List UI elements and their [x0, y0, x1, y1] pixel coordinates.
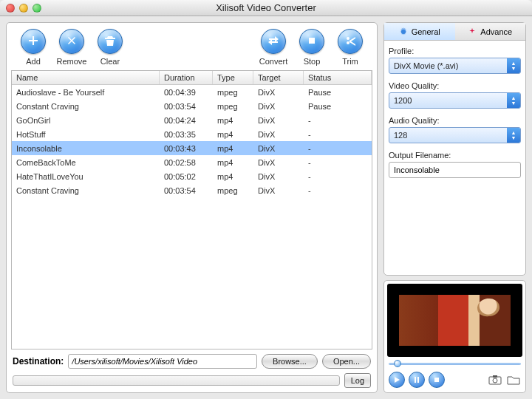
video-quality-label: Video Quality:: [389, 81, 521, 90]
table-header: Name Duration Type Target Status: [12, 71, 372, 85]
preview-play-button[interactable]: [389, 372, 405, 388]
cell-name: GoOnGirl: [12, 114, 160, 127]
cell-name: ComeBackToMe: [12, 156, 160, 169]
tab-advance-label: Advance: [480, 27, 512, 36]
scissors-icon: [344, 35, 356, 48]
svg-point-5: [493, 378, 497, 383]
video-quality-select[interactable]: 1200 ▲▼: [389, 92, 521, 109]
cell-target: DivX: [253, 128, 304, 141]
tab-general-label: General: [412, 27, 440, 36]
destination-input[interactable]: [68, 354, 257, 369]
destination-label: Destination:: [13, 356, 64, 366]
cell-name: Constant Craving: [12, 100, 160, 113]
stop-label: Stop: [293, 57, 331, 66]
cell-status: -: [304, 128, 372, 141]
cell-type: mpeg: [213, 100, 253, 113]
remove-label: Remove: [52, 57, 91, 66]
preview-pause-button[interactable]: [409, 372, 425, 388]
output-filename-label: Output Filename:: [389, 151, 521, 160]
minimize-window-button[interactable]: [19, 4, 28, 13]
tab-advance[interactable]: Advance: [455, 23, 526, 41]
svg-rect-2: [434, 378, 439, 382]
cell-status: Pause: [304, 100, 372, 113]
col-name[interactable]: Name: [12, 71, 160, 84]
trash-icon: [104, 35, 116, 48]
cell-duration: 00:05:02: [160, 170, 213, 183]
file-table: Name Duration Type Target Status Audiosl…: [11, 70, 372, 349]
cell-name: Audioslave - Be Yourself: [12, 86, 160, 99]
cell-name: HateThatILoveYou: [12, 170, 160, 183]
snapshot-folder-button[interactable]: [506, 374, 521, 386]
col-target[interactable]: Target: [253, 71, 304, 84]
chevron-updown-icon: ▲▼: [507, 128, 520, 143]
svg-rect-0: [309, 38, 315, 44]
cell-target: DivX: [253, 170, 304, 183]
table-body: Audioslave - Be Yourself00:04:39mpegDivX…: [12, 85, 372, 349]
cell-type: mpeg: [213, 86, 253, 99]
preview-video[interactable]: [387, 284, 522, 357]
col-type[interactable]: Type: [213, 71, 253, 84]
open-button[interactable]: Open...: [322, 354, 371, 369]
add-button[interactable]: Add: [14, 29, 52, 66]
clear-label: Clear: [91, 57, 129, 66]
close-window-button[interactable]: [6, 4, 15, 13]
clear-button[interactable]: Clear: [91, 29, 129, 66]
col-duration[interactable]: Duration: [160, 71, 213, 84]
cell-duration: 00:03:54: [160, 184, 213, 197]
stop-button[interactable]: Stop: [293, 29, 331, 66]
cell-name: Constant Craving: [12, 184, 160, 197]
table-row[interactable]: ComeBackToMe00:02:58mp4DivX-: [12, 155, 372, 169]
cell-duration: 00:04:39: [160, 86, 213, 99]
cell-type: mp4: [213, 142, 253, 155]
convert-button[interactable]: Convert: [254, 29, 293, 66]
cell-duration: 00:03:43: [160, 142, 213, 155]
log-button[interactable]: Log: [344, 373, 371, 388]
cell-type: mp4: [213, 128, 253, 141]
chevron-updown-icon: ▲▼: [507, 58, 520, 73]
cell-type: mp4: [213, 156, 253, 169]
cell-type: mp4: [213, 170, 253, 183]
cell-duration: 00:03:54: [160, 100, 213, 113]
cell-status: -: [304, 156, 372, 169]
table-row[interactable]: GoOnGirl00:04:24mp4DivX-: [12, 113, 372, 127]
profile-select[interactable]: DivX Movie (*.avi) ▲▼: [389, 58, 521, 74]
audio-quality-select[interactable]: 128 ▲▼: [389, 127, 521, 143]
cell-target: DivX: [253, 114, 304, 127]
table-row[interactable]: Inconsolable00:03:43mp4DivX-: [12, 141, 372, 155]
audio-quality-label: Audio Quality:: [389, 116, 521, 125]
preview-stop-button[interactable]: [429, 372, 445, 388]
profile-label: Profile:: [389, 47, 521, 55]
stop-icon: [306, 35, 318, 48]
audio-quality-value: 128: [389, 128, 507, 143]
cell-status: -: [304, 184, 372, 197]
table-row[interactable]: Audioslave - Be Yourself00:04:39mpegDivX…: [12, 85, 372, 99]
cell-status: -: [304, 142, 372, 155]
cell-target: DivX: [253, 86, 304, 99]
trim-button[interactable]: Trim: [331, 29, 369, 66]
cell-status: -: [304, 170, 372, 183]
cell-status: -: [304, 114, 372, 127]
cell-type: mpeg: [213, 184, 253, 197]
cell-target: DivX: [253, 184, 304, 197]
output-filename-input[interactable]: [389, 162, 521, 178]
table-row[interactable]: Constant Craving00:03:54mpegDivX-: [12, 183, 372, 197]
window-title: Xilisoft Video Converter: [0, 2, 532, 13]
table-row[interactable]: HotStuff00:03:35mp4DivX-: [12, 127, 372, 141]
progress-bar: [13, 375, 340, 386]
zoom-window-button[interactable]: [33, 4, 41, 13]
main-toolbar: Add Remove Clear Convert Stop Trim: [11, 27, 372, 70]
snapshot-button[interactable]: [488, 374, 502, 386]
browse-button[interactable]: Browse...: [262, 354, 318, 369]
plus-icon: [27, 35, 39, 48]
tab-general[interactable]: General: [384, 23, 455, 41]
video-quality-value: 1200: [389, 93, 507, 108]
chevron-updown-icon: ▲▼: [507, 93, 520, 108]
table-row[interactable]: Constant Craving00:03:54mpegDivXPause: [12, 99, 372, 113]
cell-duration: 00:03:35: [160, 128, 213, 141]
col-status[interactable]: Status: [304, 71, 372, 84]
table-row[interactable]: HateThatILoveYou00:05:02mp4DivX-: [12, 169, 372, 183]
remove-button[interactable]: Remove: [52, 29, 91, 66]
profile-value: DivX Movie (*.avi): [389, 58, 507, 73]
preview-seek-slider[interactable]: [389, 361, 521, 367]
add-label: Add: [14, 57, 52, 66]
